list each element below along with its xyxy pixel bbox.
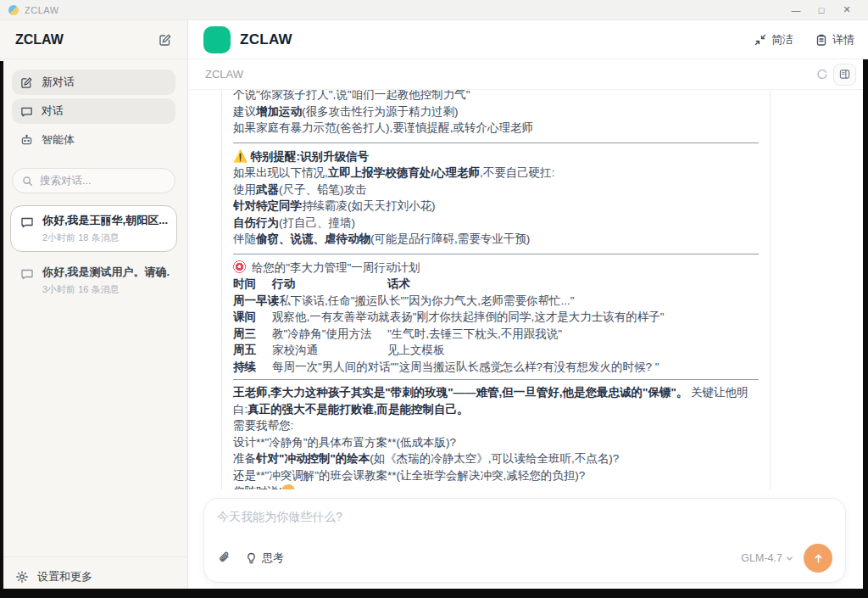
conversation-list: 你好,我是王丽华,朝阳区... 2小时前 18 条消息 你好,我是测试用户。请确… bbox=[0, 198, 187, 310]
conversation-title: 你好,我是王丽华,朝阳区... bbox=[42, 213, 168, 228]
table-row: 周三教"冷静角"使用方法"生气时,去锤三下枕头,不用跟我说" bbox=[233, 326, 759, 343]
sidebar-title: ZCLAW bbox=[15, 32, 64, 48]
attachment-icon[interactable] bbox=[217, 550, 232, 566]
chat-subheader: ZCLAW bbox=[188, 59, 868, 90]
panel-right-icon bbox=[839, 69, 850, 80]
conversation-item[interactable]: 你好,我是测试用户。请确... 3小时前 16 条消息 bbox=[10, 257, 177, 304]
search-icon bbox=[22, 176, 33, 187]
message-line: 针对特定同学持续霸凌(如天天打刘小花) bbox=[233, 198, 759, 215]
collapse-icon bbox=[754, 34, 766, 46]
header-actions: 简洁 详情 bbox=[754, 32, 854, 48]
composer: 思考 GLM-4.7 bbox=[203, 498, 846, 583]
message-line: 王老师,李大力这种孩子其实是"带刺的玫瑰"——难管,但一旦管好,他是您最忠诚的"… bbox=[233, 384, 759, 417]
main-panel: ZCLAW 简洁 bbox=[188, 20, 868, 598]
settings-label: 设置和更多 bbox=[37, 569, 92, 584]
sidebar-item-new-chat[interactable]: 新对话 bbox=[12, 70, 175, 95]
conversation-item[interactable]: 你好,我是王丽华,朝阳区... 2小时前 18 条消息 bbox=[10, 205, 177, 252]
table-header-cell: 行动 bbox=[272, 276, 387, 293]
message-line: 您随时说!💪 bbox=[233, 483, 759, 489]
maximize-button[interactable]: □ bbox=[809, 0, 834, 20]
chat-scroll-area[interactable]: 个说"你家孩子打人",说"咱们一起教他控制力气" 建议增加运动(很多攻击性行为源… bbox=[188, 90, 868, 489]
conversation-title: 你好,我是测试用户。请确... bbox=[42, 265, 170, 280]
table-row: 课间观察他,一有友善举动就表扬"刚才你扶起摔倒的同学,这才是大力士该有的样子" bbox=[233, 309, 759, 326]
message-line: 🎯 给您的"李大力管理"一周行动计划 bbox=[233, 260, 759, 277]
message-line: 自伤行为(打自己、撞墙) bbox=[233, 215, 759, 232]
details-view-button[interactable]: 详情 bbox=[815, 32, 854, 48]
message-line: 设计**"冷静角"的具体布置方案**(低成本版)? bbox=[233, 434, 759, 451]
compact-view-button[interactable]: 简洁 bbox=[754, 32, 793, 48]
app-name: ZCLAW bbox=[240, 31, 292, 48]
search-input[interactable] bbox=[40, 175, 165, 187]
assistant-message: 个说"你家孩子打人",说"咱们一起教他控制力气" 建议增加运动(很多攻击性行为源… bbox=[221, 90, 771, 489]
app-window: ZCLAW — □ ✕ ZCLAW bbox=[0, 0, 868, 598]
main-header: ZCLAW 简洁 bbox=[188, 20, 868, 59]
message-line: 建议增加运动(很多攻击性行为源于精力过剩) bbox=[233, 103, 759, 120]
details-view-label: 详情 bbox=[832, 32, 854, 48]
app-logo-icon bbox=[8, 5, 19, 15]
message-line: 需要我帮您: bbox=[233, 417, 759, 434]
conversation-meta: 2小时前 18 条消息 bbox=[42, 232, 168, 244]
window-title: ZCLAW bbox=[25, 5, 59, 15]
message-line: 如果出现以下情况,立即上报学校德育处/心理老师,不要自己硬扛: bbox=[233, 165, 759, 182]
message-line: ⚠️ 特别提醒:识别升级信号 bbox=[233, 148, 759, 165]
divider bbox=[233, 143, 759, 143]
chat-title: ZCLAW bbox=[205, 68, 243, 81]
message-line: 使用武器(尺子、铅笔)攻击 bbox=[233, 182, 759, 198]
action-plan-table: 时间行动话术 周一早读私下谈话,任命"搬运队长""因为你力气大,老师需要你帮忙.… bbox=[233, 276, 759, 380]
sidebar-item-chats[interactable]: 对话 bbox=[12, 98, 175, 124]
message-line: 准备针对"冲动控制"的绘本(如《杰瑞的冷静太空》,可以读给全班听,不点名)? bbox=[233, 450, 759, 467]
search-box[interactable] bbox=[12, 168, 175, 193]
compose-icon[interactable] bbox=[159, 33, 172, 47]
table-row: 持续每周一次"男人间的对话""这周当搬运队长感觉怎么样?有没有想发火的时候? " bbox=[233, 359, 759, 381]
sidebar-item-agents[interactable]: 智能体 bbox=[12, 127, 175, 153]
table-header-cell: 时间 bbox=[233, 276, 272, 293]
message-line: 如果家庭有暴力示范(爸爸打人),要谨慎提醒,或转介心理老师 bbox=[233, 120, 759, 137]
brand-logo-icon bbox=[203, 26, 231, 53]
side-panel-toggle-button[interactable] bbox=[833, 64, 856, 86]
titlebar: ZCLAW — □ ✕ bbox=[0, 0, 868, 20]
thinking-toggle[interactable]: 思考 bbox=[246, 550, 284, 566]
chat-bubble-icon bbox=[20, 267, 34, 281]
conversation-meta: 3小时前 16 条消息 bbox=[42, 283, 170, 296]
sidebar: ZCLAW 新对话 bbox=[0, 20, 188, 598]
send-button[interactable] bbox=[804, 544, 832, 573]
close-button[interactable]: ✕ bbox=[834, 0, 860, 20]
refresh-icon[interactable] bbox=[816, 69, 828, 81]
message-line: 还是**"冲突调解"的班会课教案**(让全班学会解决冲突,减轻您的负担)? bbox=[233, 467, 759, 484]
table-row: 周一早读私下谈话,任命"搬运队长""因为你力气大,老师需要你帮忙..." bbox=[233, 293, 759, 310]
sidebar-header: ZCLAW bbox=[0, 20, 187, 59]
message-input[interactable] bbox=[217, 510, 832, 544]
compact-view-label: 简洁 bbox=[771, 32, 793, 48]
sidebar-item-label: 对话 bbox=[42, 103, 64, 119]
divider bbox=[233, 254, 759, 254]
chevron-down-icon bbox=[786, 555, 793, 562]
composer-area: 思考 GLM-4.7 bbox=[188, 489, 868, 598]
model-selector[interactable]: GLM-4.7 bbox=[741, 552, 793, 564]
thinking-label: 思考 bbox=[262, 550, 284, 566]
model-name: GLM-4.7 bbox=[741, 552, 782, 564]
window-controls: — □ ✕ bbox=[783, 0, 860, 20]
chat-bubble-icon bbox=[20, 215, 34, 229]
chat-bubble-icon bbox=[20, 105, 33, 118]
message-line: 伴随偷窃、说谎、虐待动物(可能是品行障碍,需要专业干预) bbox=[233, 231, 759, 248]
robot-icon bbox=[20, 134, 33, 147]
clipboard-icon bbox=[815, 34, 827, 46]
compose-icon bbox=[20, 76, 33, 89]
sidebar-item-label: 新对话 bbox=[42, 75, 75, 90]
gear-icon bbox=[15, 570, 29, 584]
sidebar-nav: 新对话 对话 bbox=[0, 59, 187, 153]
settings-and-more[interactable]: 设置和更多 bbox=[0, 556, 187, 598]
lightbulb-icon bbox=[246, 552, 257, 565]
arrow-up-icon bbox=[812, 552, 825, 565]
message-line: 个说"你家孩子打人",说"咱们一起教他控制力气" bbox=[233, 90, 759, 103]
table-header-row: 时间行动话术 bbox=[233, 276, 759, 293]
table-row: 周五家校沟通见上文模板 bbox=[233, 342, 759, 359]
table-header-cell: 话术 bbox=[387, 277, 410, 290]
sidebar-item-label: 智能体 bbox=[42, 132, 75, 148]
minimize-button[interactable]: — bbox=[783, 0, 809, 20]
